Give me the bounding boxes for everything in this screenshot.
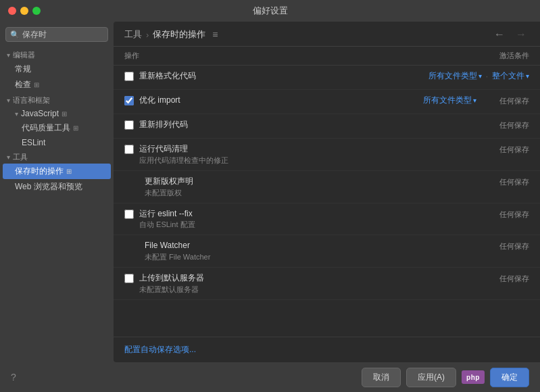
update-copyright-subtitle: 未配置版权: [145, 188, 476, 198]
table-row: 优化 import 所有文件类型 ▾ 任何保存: [114, 90, 540, 114]
rearrange-content: 重新排列代码: [139, 119, 476, 130]
cancel-button[interactable]: 取消: [362, 368, 401, 387]
breadcrumb-parent[interactable]: 工具: [124, 28, 142, 41]
search-box[interactable]: 🔍: [5, 27, 108, 42]
sidebar-section-tools[interactable]: ▾ 工具: [0, 149, 114, 164]
sidebar-section-editor-label: 编辑器: [13, 50, 35, 60]
sidebar-item-inspect[interactable]: 检查 ⊞: [0, 77, 114, 93]
expand-arrow-editor: ▾: [7, 51, 10, 59]
nav-back-button[interactable]: ←: [491, 28, 508, 41]
table-header: 操作 激活条件: [114, 47, 540, 66]
main-container: 🔍 ▾ 编辑器 常规 检查 ⊞ ▾ 语言和框架 ▾ JavaScript ⊞ 代…: [0, 22, 540, 362]
sidebar-item-eslint-label: ESLint: [22, 138, 45, 147]
update-copyright-content: 更新版权声明 未配置版权: [145, 176, 476, 198]
breadcrumb: 工具 › 保存时的操作 ≡: [124, 28, 218, 41]
col-header-action: 操作: [124, 51, 499, 61]
bottom-bar: ? 取消 应用(A) php 确定: [0, 362, 540, 392]
nav-forward-button[interactable]: →: [513, 28, 529, 41]
content-header: 工具 › 保存时的操作 ≡ ← →: [114, 22, 540, 47]
sidebar-item-general[interactable]: 常规: [0, 62, 114, 77]
title-bar: 偏好设置: [0, 0, 540, 22]
sidebar-item-save-actions[interactable]: 保存时的操作 ⊞: [3, 164, 111, 179]
table-row: 上传到默认服务器 未配置默认服务器 任何保存: [114, 268, 540, 300]
content-footer: 配置自动保存选项...: [114, 337, 540, 362]
sidebar-item-web-browser-label: Web 浏览器和预览: [15, 181, 82, 193]
search-input[interactable]: [22, 30, 103, 39]
rearrange-checkbox[interactable]: [124, 120, 134, 130]
update-copyright-title: 更新版权声明: [145, 176, 476, 187]
optimize-import-dropdown-1[interactable]: 所有文件类型 ▾: [423, 95, 476, 106]
table-row: 运行 eslint --fix 自动 ESLint 配置 任何保存: [114, 203, 540, 236]
run-cleanup-subtitle: 应用代码清理检查中的修正: [139, 155, 476, 166]
sidebar-section-tools-label: 工具: [13, 152, 28, 162]
file-watcher-subtitle: 未配置 File Watcher: [145, 252, 476, 262]
reformat-dropdown-1[interactable]: 所有文件类型 ▾: [428, 70, 482, 82]
javascript-icon: ⊞: [62, 110, 67, 118]
sidebar-section-editor[interactable]: ▾ 编辑器: [0, 47, 114, 62]
optimize-import-content: 优化 import: [139, 95, 418, 106]
file-watcher-title: File Watcher: [145, 240, 476, 251]
table-row: File Watcher 未配置 File Watcher 任何保存: [114, 235, 540, 268]
header-nav: ← →: [491, 28, 529, 41]
save-actions-icon: ⊞: [66, 168, 72, 175]
sidebar-item-eslint[interactable]: ESLint: [0, 136, 114, 149]
upload-content: 上传到默认服务器 未配置默认服务器: [139, 272, 476, 295]
col-header-activate: 激活条件: [499, 51, 529, 61]
optimize-import-checkbox[interactable]: [124, 96, 134, 105]
close-button[interactable]: [8, 7, 16, 15]
breadcrumb-separator: ›: [146, 30, 149, 40]
sidebar-item-code-quality-label: 代码质量工具: [22, 122, 70, 134]
reformat-dropdown-2[interactable]: 整个文件 ▾: [492, 70, 529, 82]
sidebar-item-general-label: 常规: [15, 64, 31, 75]
content-area: 工具 › 保存时的操作 ≡ ← → 操作 激活条件 重新格式化代码: [114, 22, 540, 362]
run-eslint-content: 运行 eslint --fix 自动 ESLint 配置: [139, 208, 476, 230]
rearrange-activate: 任何保存: [482, 119, 529, 130]
search-icon: 🔍: [10, 30, 20, 39]
sidebar-item-javascript[interactable]: ▾ JavaScript ⊞: [0, 107, 114, 120]
chevron-down-icon: ▾: [473, 97, 476, 104]
run-cleanup-content: 运行代码清理 应用代码清理检查中的修正: [139, 143, 476, 166]
reformat-checkbox[interactable]: [124, 72, 134, 81]
run-eslint-activate: 任何保存: [482, 208, 529, 220]
ok-button[interactable]: 确定: [490, 368, 529, 387]
file-watcher-activate: 任何保存: [482, 240, 529, 251]
sidebar-item-javascript-label: JavaScript: [21, 109, 59, 118]
run-cleanup-checkbox[interactable]: [124, 145, 134, 154]
upload-activate: 任何保存: [482, 272, 529, 284]
optimize-import-dropdowns: 所有文件类型 ▾: [423, 95, 476, 106]
minimize-button[interactable]: [20, 7, 28, 15]
upload-checkbox[interactable]: [124, 274, 134, 283]
run-eslint-checkbox[interactable]: [124, 210, 134, 219]
window-controls: [8, 7, 41, 15]
bottom-right-actions: 取消 应用(A) php 确定: [362, 368, 529, 387]
table-row: 重新格式化代码 所有文件类型 ▾ · 整个文件 ▾: [114, 66, 540, 90]
table-row: 运行代码清理 应用代码清理检查中的修正 任何保存: [114, 139, 540, 171]
rearrange-title: 重新排列代码: [139, 119, 476, 130]
auto-save-link[interactable]: 配置自动保存选项...: [124, 345, 196, 354]
expand-arrow-tools: ▾: [7, 153, 10, 161]
sidebar-item-code-quality[interactable]: 代码质量工具 ⊞: [0, 120, 114, 136]
chevron-down-icon: ▾: [526, 72, 529, 80]
inspect-icon: ⊞: [34, 81, 39, 89]
sidebar-section-lang-label: 语言和框架: [13, 95, 50, 105]
reformat-dropdowns: 所有文件类型 ▾ · 整个文件 ▾: [428, 70, 529, 82]
code-quality-icon: ⊞: [73, 124, 78, 132]
run-cleanup-title: 运行代码清理: [139, 143, 476, 155]
file-watcher-content: File Watcher 未配置 File Watcher: [145, 240, 476, 262]
maximize-button[interactable]: [32, 7, 41, 15]
run-cleanup-activate: 任何保存: [482, 143, 529, 155]
run-eslint-subtitle: 自动 ESLint 配置: [139, 220, 476, 230]
optimize-import-title: 优化 import: [139, 95, 418, 106]
sidebar-section-lang[interactable]: ▾ 语言和框架: [0, 93, 114, 107]
window-title: 偏好设置: [253, 5, 288, 17]
reformat-title: 重新格式化代码: [139, 70, 423, 82]
breadcrumb-menu-icon[interactable]: ≡: [212, 29, 218, 40]
apply-button[interactable]: 应用(A): [406, 368, 456, 387]
table-container: 重新格式化代码 所有文件类型 ▾ · 整个文件 ▾: [114, 66, 540, 337]
help-button[interactable]: ?: [11, 372, 16, 383]
sidebar-item-web-browser[interactable]: Web 浏览器和预览: [0, 179, 114, 195]
sidebar-item-save-actions-label: 保存时的操作: [15, 166, 64, 177]
upload-title: 上传到默认服务器: [139, 272, 476, 284]
php-badge: php: [462, 370, 485, 384]
table-row: 更新版权声明 未配置版权 任何保存: [114, 171, 540, 203]
